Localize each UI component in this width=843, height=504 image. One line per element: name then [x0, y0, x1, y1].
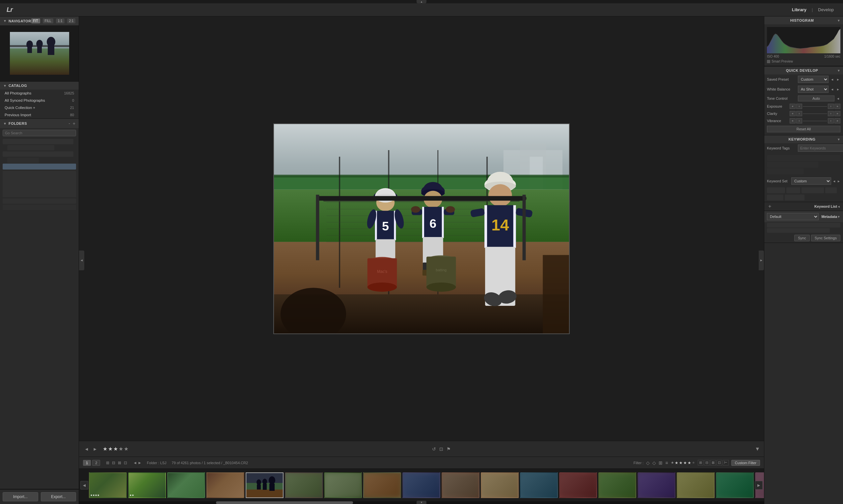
filter-view-2[interactable]: ⊟ — [704, 460, 710, 466]
next-photo-button[interactable]: ► — [92, 446, 99, 452]
filmstrip-thumb-14[interactable] — [598, 472, 636, 498]
keyword-list-add-button[interactable]: + — [767, 203, 773, 209]
folders-header[interactable]: ▼ Folders - + — [0, 119, 79, 128]
view-1-button[interactable]: 1 — [83, 460, 91, 466]
prev-photo-button[interactable]: ◄ — [83, 446, 90, 452]
kw-cloud-6[interactable] — [785, 195, 805, 200]
filmstrip-thumb-17[interactable] — [716, 472, 754, 498]
kw-cloud-1[interactable] — [767, 187, 785, 193]
flag-icon[interactable]: ⚑ — [447, 446, 451, 452]
keyword-set-select[interactable]: Custom — [791, 177, 831, 185]
exposure-minus-small[interactable]: ‹ — [796, 104, 802, 109]
navigator-header[interactable]: ▼ Navigator FIT FILL 1:1 2:1 — [0, 16, 79, 25]
keywording-header[interactable]: Keywording ▼ — [764, 135, 843, 143]
catalog-item-quick-collection[interactable]: Quick Collection + 21 — [0, 104, 79, 111]
view-2-button[interactable]: 2 — [92, 460, 100, 466]
import-button[interactable]: Import... — [3, 492, 38, 501]
catalog-item-synced-photos[interactable]: All Synced Photographs 0 — [0, 97, 79, 104]
export-button[interactable]: Export... — [41, 492, 76, 501]
filter-star-2[interactable]: ★ — [679, 461, 683, 465]
filter-attribute-icon-3[interactable]: ⊞ — [659, 460, 663, 466]
clarity-plus-small[interactable]: › — [828, 111, 834, 116]
folder-item-6[interactable] — [3, 205, 76, 210]
keyword-set-left-arrow[interactable]: ◄ — [832, 179, 836, 183]
filter-star-1[interactable]: ★ — [675, 461, 678, 465]
tag-icon[interactable]: ⊡ — [439, 446, 443, 452]
loupe-view-icon[interactable]: ⊟ — [111, 460, 116, 466]
metadata-header[interactable]: Default Metadata ▼ — [764, 211, 843, 222]
compare-icon[interactable]: ⊠ — [117, 460, 122, 466]
zoom-1-1-button[interactable]: 1:1 — [56, 18, 65, 23]
saved-preset-right-arrow[interactable]: ► — [836, 78, 840, 81]
keyword-tags-input[interactable] — [798, 145, 843, 152]
rotate-icon[interactable]: ↺ — [432, 446, 436, 452]
catalog-header[interactable]: ▼ Catalog — [0, 82, 79, 90]
star-2[interactable]: ★ — [108, 446, 113, 452]
status-forward-arrow[interactable]: ► — [138, 461, 142, 465]
filter-star-4[interactable]: ★ — [687, 461, 691, 465]
filter-view-3[interactable]: ⊠ — [710, 460, 716, 466]
status-back-arrow[interactable]: ◄ — [133, 461, 137, 465]
zoom-fit-button[interactable]: FIT — [31, 18, 40, 23]
star-1[interactable]: ★ — [103, 446, 107, 452]
star-5[interactable]: ★ — [124, 446, 128, 452]
filter-star-3[interactable]: ★ — [683, 461, 687, 465]
filmstrip-left-arrow[interactable]: ◄ — [80, 481, 88, 489]
vibrance-plus-large[interactable]: » — [835, 118, 840, 123]
tone-left-arrow[interactable]: ◄ — [836, 97, 840, 101]
folders-minus-button[interactable]: - — [69, 121, 70, 126]
exposure-minus-large[interactable]: « — [790, 104, 795, 109]
folder-item-4[interactable] — [7, 158, 39, 163]
wb-right-arrow[interactable]: ► — [836, 88, 840, 91]
wb-left-arrow[interactable]: ◄ — [830, 88, 835, 91]
folder-search-input[interactable] — [3, 130, 76, 136]
filmstrip-thumb-8[interactable] — [363, 472, 401, 498]
right-panel-collapse-tab[interactable]: ► — [759, 251, 764, 270]
filmstrip-thumb-13[interactable] — [559, 472, 597, 498]
filmstrip-thumb-12[interactable] — [520, 472, 558, 498]
folder-item-2[interactable] — [7, 145, 54, 150]
grid-view-icon[interactable]: ⊞ — [105, 460, 110, 466]
saved-preset-select[interactable]: Custom — [798, 76, 828, 83]
left-panel-collapse-tab[interactable]: ◄ — [79, 251, 84, 270]
vibrance-plus-small[interactable]: › — [828, 118, 834, 123]
kw-cloud-4[interactable] — [825, 187, 837, 193]
filter-view-5[interactable]: ⊢ — [723, 460, 729, 466]
bottom-hide-panel-button[interactable]: ▼ — [416, 501, 427, 504]
filmstrip-thumb-6[interactable] — [285, 472, 323, 498]
photo-view[interactable]: 5 — [79, 16, 764, 441]
vibrance-minus-small[interactable]: ‹ — [796, 118, 802, 123]
sync-settings-button[interactable]: Sync Settings — [811, 235, 840, 241]
filter-attribute-icon-4[interactable]: ≡ — [665, 460, 668, 466]
filmstrip-thumb-7[interactable] — [324, 472, 362, 498]
kw-cloud-5[interactable] — [767, 195, 784, 200]
filter-star-5[interactable]: ★ — [692, 461, 695, 465]
star-3[interactable]: ★ — [113, 446, 118, 452]
exposure-plus-large[interactable]: » — [835, 104, 840, 109]
folder-item-selected[interactable] — [3, 164, 76, 169]
filmstrip-thumb-15[interactable] — [638, 472, 676, 498]
custom-filter-button[interactable]: Custom Filter — [731, 460, 760, 466]
folder-item-1[interactable] — [3, 139, 73, 144]
zoom-fill-button[interactable]: FILL — [43, 18, 53, 23]
quick-develop-header[interactable]: Quick Develop ▼ — [764, 67, 843, 74]
catalog-item-all-photos[interactable]: All Photographs 16825 — [0, 90, 79, 97]
filmstrip-thumb-10[interactable] — [442, 472, 480, 498]
filmstrip-scroll-thumb[interactable] — [216, 501, 353, 504]
metadata-preset-select[interactable]: Default — [767, 213, 819, 220]
survey-icon[interactable]: ⊡ — [123, 460, 128, 466]
filter-view-1[interactable]: ⊞ — [698, 460, 703, 466]
filmstrip-thumb-3[interactable] — [167, 472, 205, 498]
vibrance-minus-large[interactable]: « — [790, 118, 795, 123]
exposure-plus-small[interactable]: › — [828, 104, 834, 109]
filmstrip-thumb-16[interactable] — [677, 472, 715, 498]
filter-attribute-icon-2[interactable]: ◇ — [652, 460, 656, 466]
catalog-item-previous-import[interactable]: Previous Import 80 — [0, 111, 79, 119]
white-balance-select[interactable]: As Shot — [798, 86, 828, 93]
develop-tab[interactable]: Develop — [815, 6, 837, 14]
star-4[interactable]: ★ — [119, 446, 123, 452]
keyword-list-collapse-arrow[interactable]: ◄ — [837, 205, 840, 209]
filter-attribute-icon-1[interactable]: ◇ — [646, 460, 650, 466]
saved-preset-left-arrow[interactable]: ◄ — [830, 78, 835, 81]
filmstrip-thumb-2[interactable]: ★★ — [128, 472, 166, 498]
